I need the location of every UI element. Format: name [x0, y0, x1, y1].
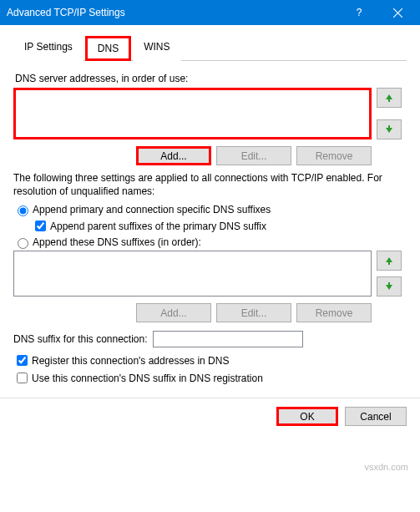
dns-edit-button[interactable]: Edit...: [216, 146, 291, 165]
dns-server-listbox[interactable]: [13, 88, 372, 139]
dns-remove-button[interactable]: Remove: [296, 146, 372, 165]
suffix-remove-button[interactable]: Remove: [296, 303, 372, 322]
radio-append-primary[interactable]: [18, 205, 28, 216]
close-button[interactable]: [378, 0, 417, 25]
arrow-down-icon: [384, 124, 394, 134]
radio-append-these[interactable]: [18, 238, 28, 249]
checkbox-register-dns-label: Register this connection's addresses in …: [32, 355, 229, 367]
dns-servers-label: DNS server addresses, in order of use:: [15, 73, 407, 84]
checkbox-append-parent-label: Append parent suffixes of the primary DN…: [50, 221, 266, 232]
dns-order-arrows: [377, 88, 407, 139]
suffix-move-down-button[interactable]: [377, 276, 402, 297]
ok-button[interactable]: OK: [276, 407, 338, 426]
checkbox-use-suffix-label: Use this connection's DNS suffix in DNS …: [32, 373, 263, 384]
arrow-up-icon: [384, 256, 394, 266]
suffix-order-arrows: [377, 251, 407, 297]
window-title: Advanced TCP/IP Settings: [7, 7, 340, 18]
watermark: vsxdn.com: [364, 462, 408, 472]
checkbox-use-suffix[interactable]: [17, 373, 28, 383]
tab-strip: IP Settings DNS WINS: [13, 35, 407, 61]
arrow-up-icon: [384, 93, 394, 103]
radio-append-these-label: Append these DNS suffixes (in order):: [33, 236, 201, 248]
suffix-move-up-button[interactable]: [377, 251, 402, 271]
suffix-input[interactable]: [153, 331, 303, 347]
checkbox-append-parent[interactable]: [35, 221, 46, 231]
suffix-edit-button[interactable]: Edit...: [216, 303, 291, 322]
settings-note: The following three settings are applied…: [13, 172, 407, 198]
radio-append-primary-label: Append primary and connection specific D…: [33, 204, 271, 215]
suffix-field-label: DNS suffix for this connection:: [13, 333, 148, 345]
tab-ip-settings[interactable]: IP Settings: [13, 36, 83, 61]
dns-suffix-listbox[interactable]: [13, 251, 372, 297]
checkbox-register-dns[interactable]: [17, 355, 28, 366]
dns-move-up-button[interactable]: [377, 88, 402, 108]
help-button[interactable]: ?: [340, 0, 378, 25]
dns-move-down-button[interactable]: [377, 119, 402, 139]
arrow-down-icon: [384, 281, 394, 291]
cancel-button[interactable]: Cancel: [345, 407, 407, 426]
tab-wins[interactable]: WINS: [133, 36, 180, 61]
suffix-add-button[interactable]: Add...: [136, 303, 211, 322]
close-icon: [393, 8, 402, 18]
tab-dns[interactable]: DNS: [85, 36, 131, 61]
dns-add-button[interactable]: Add...: [136, 146, 211, 165]
